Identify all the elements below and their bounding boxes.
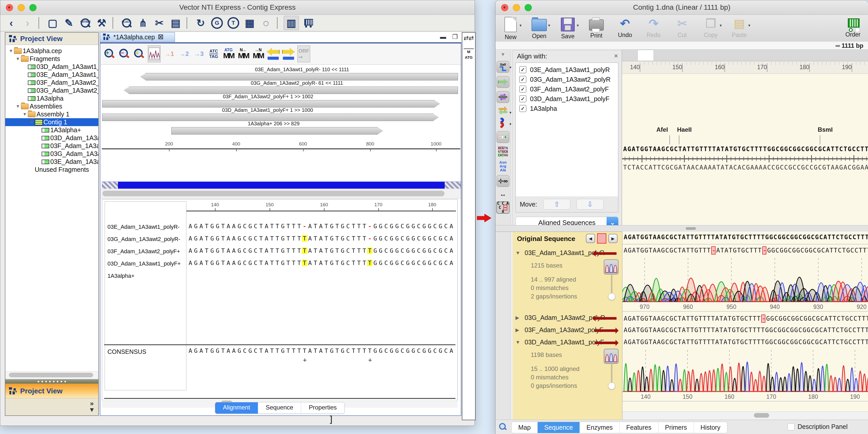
array-icon[interactable]: ▦ <box>242 16 257 30</box>
read-caret-icon[interactable]: ▼ <box>516 340 522 345</box>
features-arrow-icon[interactable] <box>497 76 509 88</box>
contig-consensus-bar[interactable] <box>102 182 461 189</box>
recircularize-icon[interactable]: ↻ <box>193 16 208 30</box>
read-caret-icon[interactable]: ▶ <box>516 315 522 321</box>
zoom-out-icon[interactable]: − <box>118 46 130 62</box>
find-n-left-icon[interactable]: N←MM <box>237 46 249 62</box>
alignment-cca-icon[interactable]: C C AC − A <box>497 202 509 214</box>
tree-item-contig-1[interactable]: ▼Contig 1 <box>5 118 98 126</box>
order-button[interactable]: Order <box>843 17 863 38</box>
tree-item-unused-fragments[interactable]: Unused Fragments <box>5 166 98 174</box>
align-with-item[interactable]: ✓03F_Adam_1A3awt2_polyF <box>516 84 618 94</box>
chromatogram-trace[interactable] <box>622 349 868 394</box>
fragment-arrow[interactable] <box>171 127 383 134</box>
collapsed-tool-strip[interactable]: ⇄⇄ MATG <box>462 32 475 420</box>
tree-caret-icon[interactable]: ▼ <box>22 112 28 117</box>
ruler-infinity-icon[interactable]: ⊹∞ <box>497 175 509 187</box>
sequence-minimap[interactable] <box>622 50 868 61</box>
dna-colors-icon[interactable]: ACGTGGTGCACATAG <box>497 146 509 157</box>
primer-pair-icon[interactable] <box>497 131 509 143</box>
start-stop-codon-icon[interactable]: ATCTAG <box>208 46 220 62</box>
chromatogram-toggle-button[interactable] <box>604 349 619 364</box>
checkbox-checked-icon[interactable]: ✓ <box>519 95 526 102</box>
tab-close-icon[interactable]: ☒ <box>158 33 164 40</box>
entrez-search-icon[interactable]: ENTREZ <box>78 16 93 30</box>
dna-edit-icon[interactable]: ✎ <box>62 16 76 30</box>
rows-hscrollbar[interactable] <box>622 411 868 420</box>
tree-item-03f-adam-1a3awt2-p[interactable]: 03F_Adam_1A3awt2_p <box>5 79 98 87</box>
tree-item-1a3alpha-[interactable]: 1A3alpha+ <box>5 126 98 134</box>
close-icon[interactable]: × <box>614 52 618 60</box>
orf-icon[interactable]: ORF➞ <box>298 45 310 62</box>
tree-item-1a3alpha-cep[interactable]: ▼1A3alpha.cep <box>5 47 98 55</box>
mdi-restore-icon[interactable]: ❐ <box>452 33 458 40</box>
frame-2-icon[interactable]: →2 <box>178 46 190 62</box>
map-hscrollbar[interactable] <box>100 189 461 198</box>
translation-arrows-icon[interactable]: ▾ <box>497 106 509 114</box>
primers-icon[interactable] <box>497 91 509 103</box>
mdi-minimize-icon[interactable]: ▬ <box>440 33 446 40</box>
orf-curve-icon[interactable]: ▾ <box>497 118 509 128</box>
clone-scissors-icon[interactable]: ✂ <box>152 16 167 30</box>
new-document-icon[interactable]: ▢ <box>45 16 60 30</box>
checkbox-checked-icon[interactable]: ✓ <box>519 76 526 83</box>
open-button[interactable]: ▾Open <box>529 17 549 39</box>
read-sequence-row[interactable]: AGATGGTAAGCGCTATTGTTTTATATGTGCTTT-GGCGGC… <box>623 314 868 323</box>
m-atg-icon[interactable]: MATG <box>464 49 474 60</box>
read-caret-icon[interactable]: ▶ <box>516 327 522 333</box>
zoom-fit-icon[interactable]: ≡ <box>133 46 145 62</box>
back-icon[interactable]: ‹ <box>4 16 19 30</box>
frame-3-icon[interactable]: →3 <box>193 46 205 62</box>
read-item-03d_adam_1a3awt1_polyf[interactable]: ▼03D_Adam_1A3awt1_polyF <box>516 339 604 346</box>
tab-map[interactable]: Map <box>512 422 537 433</box>
tab-alignment[interactable]: Alignment <box>215 402 258 413</box>
fragment-arrow[interactable] <box>140 73 458 81</box>
move-up-button[interactable]: ⇧ <box>543 199 570 210</box>
description-panel-toggle[interactable]: Description Panel <box>787 423 847 430</box>
tree-item-assemblies[interactable]: ▼Assemblies <box>5 102 98 110</box>
tree-item-03g-adam-1a3awt2-p[interactable]: 03G_Adam_1A3awt2_p <box>5 87 98 94</box>
tree-item-03g-adam-1a3a[interactable]: 03G_Adam_1A3a <box>5 150 98 158</box>
enzyme-label-haeii[interactable]: HaeII <box>677 126 691 133</box>
read-item-03f_adam_1a3awt2_polyf[interactable]: ▶03F_Adam_1A3awt2_polyF <box>516 326 603 334</box>
enzyme-label-afei[interactable]: AfeI <box>656 126 668 133</box>
tab-features[interactable]: Features <box>619 422 658 433</box>
enzyme-label-bsmi[interactable]: BsmI <box>818 126 833 133</box>
enzyme-sali-icon[interactable]: SalI▾ <box>497 61 509 73</box>
find-atg-icon[interactable]: ATGMM <box>222 46 235 62</box>
move-down-button[interactable]: ⇩ <box>577 199 603 210</box>
gateway-icon[interactable]: G <box>210 16 224 30</box>
panel-splitter[interactable] <box>5 379 98 384</box>
tab-sequence[interactable]: Sequence <box>258 402 301 413</box>
checkbox-checked-icon[interactable]: ✓ <box>519 105 526 112</box>
next-fragment-icon[interactable] <box>282 46 295 62</box>
chromatogram-trace[interactable] <box>622 257 868 304</box>
trace-height-slider[interactable] <box>611 364 613 386</box>
top-strand[interactable]: AGATGGTAAGCGCTATTGTTTTATATGTGCTTTTGGCGGC… <box>623 146 868 153</box>
tree-item-03d-adam-1a3awt1-p[interactable]: 03D_Adam_1A3awt1_p <box>5 63 98 71</box>
fragment-arrow[interactable] <box>102 100 440 107</box>
report-clipboard-icon[interactable]: ▤ <box>168 16 183 30</box>
difference-color-swatch[interactable] <box>597 233 606 244</box>
sequence-row[interactable]: AGATGGTAAGCGCTATTGTTT-ATATGTGCTTT-GGCGGC… <box>188 223 454 229</box>
align-with-item[interactable]: ✓03G_Adam_1A3awt2_polyR <box>516 74 618 84</box>
read-sequence-row[interactable]: AGATGGTAAGCGCTATTGTTTTATATGTGCTTTTGGCGGC… <box>623 339 868 346</box>
project-view-banner[interactable]: Project View <box>5 383 98 398</box>
collapse-triangle-icon[interactable]: ▾ <box>497 51 509 58</box>
find-n-right-icon[interactable]: →NMM <box>252 46 264 62</box>
tree-item-03e-adam-1a3awt1-p[interactable]: 03E_Adam_1A3awt1_p <box>5 71 98 79</box>
fragment-arrow[interactable] <box>124 87 458 94</box>
tree-caret-icon[interactable]: ▼ <box>8 49 14 54</box>
tab-primers[interactable]: Primers <box>658 422 694 433</box>
frame-1-icon[interactable]: →1 <box>163 46 176 62</box>
next-difference-button[interactable]: ▶ <box>608 234 618 243</box>
tree-item-1a3alpha[interactable]: 1A3alpha <box>5 94 98 102</box>
trace-height-slider[interactable] <box>611 275 613 297</box>
blast-search-icon[interactable]: BLAST <box>119 16 134 30</box>
print-button[interactable]: Print <box>586 17 606 39</box>
arrange-arrows-icon[interactable]: ⇄⇄ <box>464 35 474 41</box>
amino-acids-icon[interactable]: AsnArgAla <box>497 160 509 172</box>
search-icon[interactable] <box>499 423 507 431</box>
tree-item-03e-adam-1a3a[interactable]: 03E_Adam_1A3a <box>5 158 98 166</box>
align-with-item[interactable]: ✓1A3alpha <box>516 104 618 113</box>
